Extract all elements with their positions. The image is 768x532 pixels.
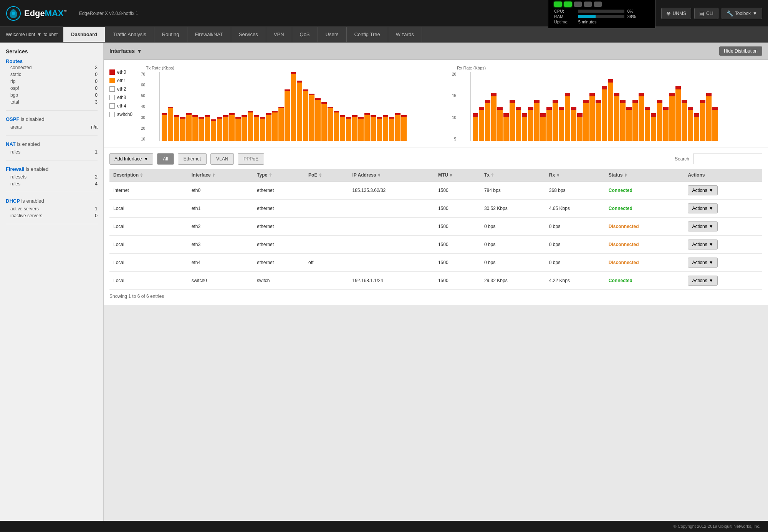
tx-bar [389, 72, 394, 141]
interfaces-panel-header: Interfaces ▼ Hide Distribution [104, 43, 768, 60]
rx-bar-orange [682, 103, 687, 141]
rx-bar-orange [510, 103, 515, 141]
interfaces-dropdown-icon[interactable]: ▼ [137, 48, 142, 54]
actions-chevron-4: ▼ [709, 260, 713, 265]
nat-status: is enabled [17, 141, 40, 147]
rx-bar-orange [632, 103, 638, 141]
search-input[interactable] [693, 154, 762, 164]
filter-all-button[interactable]: All [157, 153, 174, 165]
actions-button-4[interactable]: Actions ▼ [688, 258, 717, 268]
filter-ethernet-button[interactable]: Ethernet [178, 153, 207, 165]
legend-label-eth1: eth1 [117, 78, 126, 83]
sidebar-section-firewall: Firewall is enabled rulesets2 rules4 [6, 166, 98, 192]
td-tx-0: 784 bps [480, 181, 545, 200]
ram-bar-bg [578, 15, 624, 18]
th-interface: Interface ⇑ [188, 169, 253, 181]
tx-bar [303, 72, 308, 141]
actions-button-2[interactable]: Actions ▼ [688, 221, 717, 231]
rx-bar-orange [669, 96, 675, 141]
label-nat-rules: rules [10, 149, 20, 155]
actions-button-5[interactable]: Actions ▼ [688, 276, 717, 286]
sidebar-section-nat: NAT is enabled rules1 [6, 141, 98, 160]
sort-icon-mtu: ⇕ [449, 173, 452, 177]
sidebar-link-nat[interactable]: NAT [6, 141, 16, 147]
sidebar-link-firewall[interactable]: Firewall [6, 166, 24, 172]
logo: EdgeMAX™ [6, 6, 68, 21]
tx-bar-orange [371, 117, 376, 141]
tx-bar-orange [162, 115, 167, 141]
tx-bar [321, 72, 327, 141]
tab-traffic-analysis[interactable]: Traffic Analysis [105, 27, 154, 42]
tx-bar-orange [328, 108, 333, 141]
add-interface-chevron: ▼ [144, 156, 148, 162]
header-buttons: ⊕ UNMS ▤ CLI 🔧 Toolbox ▼ [661, 8, 762, 19]
rx-bar-orange [651, 117, 656, 141]
sidebar-row-fw-rules: rules4 [6, 180, 98, 187]
actions-button-1[interactable]: Actions ▼ [688, 203, 717, 213]
rx-bar-orange [706, 96, 712, 141]
table-row: Local eth1 ethernet 1500 30.52 Kbps 4.65… [109, 200, 762, 218]
unms-button[interactable]: ⊕ UNMS [661, 8, 691, 19]
td-mtu-5: 1500 [434, 272, 480, 290]
td-mtu-1: 1500 [434, 200, 480, 218]
val-total: 3 [95, 99, 98, 105]
sidebar-link-ospf[interactable]: OSPF [6, 116, 19, 122]
tab-wizards[interactable]: Wizards [388, 27, 422, 42]
hide-distribution-button[interactable]: Hide Distribution [719, 46, 762, 56]
rx-bar [645, 72, 650, 141]
rx-bar-orange [712, 110, 718, 141]
td-status-3: Disconnected [605, 236, 684, 254]
add-interface-button[interactable]: Add Interface ▼ [109, 153, 153, 165]
rx-bar [700, 72, 705, 141]
td-interface-5: switch0 [188, 272, 253, 290]
tab-dashboard[interactable]: Dashboard [63, 27, 105, 42]
td-poe-4: off [305, 254, 348, 272]
val-rulesets: 2 [95, 174, 98, 180]
val-static: 0 [95, 72, 98, 77]
tab-routing[interactable]: Routing [154, 27, 187, 42]
sort-icon-interface: ⇑ [212, 173, 215, 177]
filter-pppoe-button[interactable]: PPPoE [238, 153, 264, 165]
tx-bar-orange [352, 117, 358, 141]
navbar: Welcome ubnt ▼ to ubnt Dashboard Traffic… [0, 27, 768, 43]
tab-services[interactable]: Services [231, 27, 266, 42]
rx-bar-orange [577, 117, 583, 141]
th-actions: Actions [684, 169, 762, 181]
tab-users[interactable]: Users [318, 27, 347, 42]
tx-bar-orange [260, 119, 265, 141]
td-rx-5: 4.22 Kbps [545, 272, 605, 290]
cli-button[interactable]: ▤ CLI [694, 8, 718, 19]
tx-bar [242, 72, 247, 141]
rx-bar [534, 72, 540, 141]
tx-bar [205, 72, 210, 141]
leds [554, 2, 649, 7]
rx-bar-red [688, 107, 693, 110]
actions-button-0[interactable]: Actions ▼ [688, 185, 717, 195]
toolbox-button[interactable]: 🔧 Toolbox ▼ [722, 8, 762, 19]
sidebar-link-dhcp[interactable]: DHCP [6, 198, 20, 204]
rx-bar-red [510, 100, 515, 103]
sidebar-link-routes[interactable]: Routes [6, 58, 23, 64]
rx-bar-orange [589, 96, 595, 141]
tab-vpn[interactable]: VPN [266, 27, 292, 42]
rx-bar [688, 72, 693, 141]
tx-bar-orange [297, 83, 302, 141]
cpu-bar-bg [578, 10, 624, 13]
ospf-status: is disabled [21, 116, 44, 122]
rx-bar-red [608, 79, 613, 83]
td-rx-0: 368 bps [545, 181, 605, 200]
tab-qos[interactable]: QoS [292, 27, 318, 42]
table-row: Local switch0 switch 192.168.1.1/24 1500… [109, 272, 762, 290]
tab-firewall-nat[interactable]: Firewall/NAT [187, 27, 231, 42]
tx-bar-orange [291, 74, 296, 141]
td-type-3: ethernet [253, 236, 305, 254]
rx-bar-orange [688, 110, 693, 141]
tx-bar [352, 72, 358, 141]
actions-button-3[interactable]: Actions ▼ [688, 240, 717, 249]
tx-bar [235, 72, 241, 141]
tab-config-tree[interactable]: Config Tree [347, 27, 388, 42]
tx-bar-orange [389, 119, 394, 141]
rx-bar [577, 72, 583, 141]
rx-bar-orange [540, 117, 546, 141]
filter-vlan-button[interactable]: VLAN [210, 153, 234, 165]
